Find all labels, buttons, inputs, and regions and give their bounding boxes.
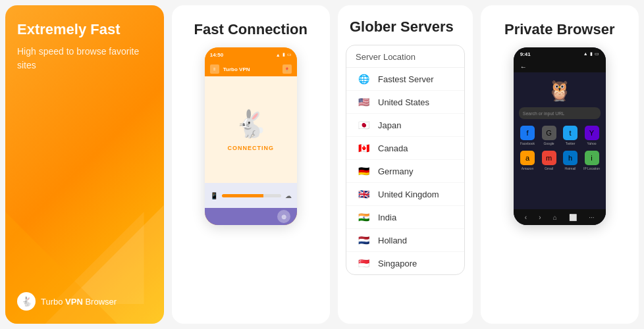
flag-icon: 🇬🇧 [356, 188, 371, 200]
dark-app-label: Twitter [566, 141, 576, 145]
owl-icon: 🦉 [547, 79, 572, 102]
flag-icon: 🇨🇦 [356, 142, 371, 154]
dark-battery-icon: ▭ [595, 51, 599, 57]
server-name: United States [378, 97, 429, 107]
server-item[interactable]: 🇮🇳 India [346, 206, 464, 229]
panel-private-browser: Private Browser 9:41 ▲ ▮ ▭ ← 🦉 Search or… [481, 5, 639, 324]
flag-icon: 🇯🇵 [356, 119, 371, 131]
dark-app-label: Yahoo [587, 141, 596, 145]
panel1-title: Extremely Fast [17, 21, 152, 38]
dark-app-icon: G [542, 126, 556, 140]
server-item[interactable]: 🌐 Fastest Server [346, 68, 464, 91]
dark-apps-row2: a Amazon m Gmail h Hotmail i IP Location [519, 151, 601, 170]
server-item[interactable]: 🇨🇦 Canada [346, 137, 464, 160]
dark-app-label: IP Location [583, 166, 600, 170]
cloud-icon: ☁ [285, 192, 292, 199]
flag-icon: 🇮🇳 [356, 211, 371, 223]
vpn-logo-text: Turbo VPN Browser [41, 297, 117, 307]
vpn-logo-icon: 🐇 [17, 292, 36, 311]
dark-app-item[interactable]: t Twitter [562, 126, 579, 145]
server-item[interactable]: 🇬🇧 United Kingdom [346, 183, 464, 206]
location-icon: 📍 [282, 64, 292, 74]
phone-body: 🐇 CONNECTING [205, 76, 297, 183]
flag-icon: 🇳🇱 [356, 234, 371, 246]
dark-search-bar[interactable]: Search or input URL [519, 107, 601, 119]
phone-mockup-connecting: 14:50 ▲ ▮ ▭ ≡ Turbo VPN 📍 🐇 CONNECTING 📱… [205, 47, 297, 225]
flag-icon: 🇸🇬 [356, 257, 371, 269]
server-name: Canada [378, 143, 408, 153]
server-item[interactable]: 🇺🇸 United States [346, 91, 464, 114]
flag-icon: 🇩🇪 [356, 165, 371, 177]
dark-menu-icon[interactable]: ··· [589, 214, 594, 221]
panel4-title: Private Browser [493, 21, 628, 38]
server-item[interactable]: 🇩🇪 Germany [346, 160, 464, 183]
panel1-footer: 🐇 Turbo VPN Browser [17, 292, 152, 311]
connecting-text: CONNECTING [228, 145, 275, 151]
dark-tabs-icon[interactable]: ⬜ [569, 214, 577, 221]
dark-app-item[interactable]: m Gmail [540, 151, 558, 170]
phone-navbar: ≡ Turbo VPN 📍 [205, 62, 297, 76]
server-name: Holland [378, 236, 407, 245]
server-item[interactable]: 🇸🇬 Singapore [346, 252, 464, 274]
server-list-container: Server Location 🌐 Fastest Server 🇺🇸 Unit… [346, 45, 465, 275]
dark-app-icon: m [542, 151, 556, 165]
dark-home-icon[interactable]: ⌂ [553, 214, 557, 221]
server-name: Germany [378, 166, 413, 176]
dark-app-item[interactable]: G Google [540, 126, 558, 145]
dark-statusbar-icons: ▲ ▮ ▭ [583, 51, 599, 57]
dark-app-label: Hotmail [565, 166, 576, 170]
panel-fast-connection: Fast Connection 14:50 ▲ ▮ ▭ ≡ Turbo VPN … [172, 5, 331, 324]
panel-glober-servers: Glober Servers Server Location 🌐 Fastest… [338, 5, 473, 324]
flag-icon: 🌐 [356, 73, 371, 85]
dark-app-item[interactable]: h Hotmail [562, 151, 579, 170]
status-time: 14:50 [210, 52, 223, 58]
phone-icon: 📱 [210, 192, 218, 199]
dark-app-icon: f [520, 126, 535, 140]
globe-connect-icon: ⊕ [277, 210, 290, 223]
phone-bottom: 📱 ☁ [205, 183, 297, 208]
dark-body: 🦉 Search or input URL f Facebook G Googl… [514, 72, 606, 209]
phone-connect-btn-area: ⊕ [205, 208, 297, 225]
server-name: Japan [378, 120, 401, 130]
dark-bottom-bar: ‹ › ⌂ ⬜ ··· [514, 209, 606, 225]
dark-app-item[interactable]: a Amazon [519, 151, 537, 170]
dark-app-label: Gmail [545, 166, 553, 170]
dark-search-placeholder: Search or input URL [523, 111, 564, 116]
dark-statusbar: 9:41 ▲ ▮ ▭ [514, 47, 606, 61]
app-title: Turbo VPN [223, 66, 279, 72]
server-name: India [378, 213, 396, 222]
server-item[interactable]: 🇯🇵 Japan [346, 114, 464, 137]
dark-forward-nav-icon[interactable]: › [539, 214, 541, 221]
menu-icon: ≡ [210, 64, 219, 74]
battery-icon: ▭ [287, 52, 292, 57]
dark-app-icon: a [520, 151, 535, 165]
panel1-subtitle: High speed to browse favorite sites [17, 45, 152, 72]
dark-app-icon: t [563, 126, 577, 140]
dark-app-label: Google [543, 141, 554, 145]
dark-app-item[interactable]: i IP Location [583, 151, 601, 170]
dark-app-item[interactable]: Y Yahoo [583, 126, 601, 145]
server-name: United Kingdom [378, 190, 439, 199]
dark-app-label: Facebook [520, 141, 535, 145]
flag-icon: 🇺🇸 [356, 96, 371, 108]
dark-app-icon: h [563, 151, 577, 165]
statusbar-icons: ▲ ▮ ▭ [276, 52, 292, 57]
phone-statusbar: 14:50 ▲ ▮ ▭ [205, 47, 297, 62]
dark-nav: ← [514, 61, 606, 72]
dark-status-time: 9:41 [520, 51, 531, 57]
dark-signal-icon: ▮ [590, 51, 593, 57]
panel3-title: Glober Servers [338, 5, 473, 45]
server-item[interactable]: 🇳🇱 Holland [346, 229, 464, 252]
rabbit-connecting-icon: 🐇 [234, 109, 267, 139]
dark-wifi-icon: ▲ [583, 51, 588, 57]
progress-bar [222, 194, 281, 197]
server-list-header: Server Location [346, 45, 464, 68]
wifi-icon: ▲ [276, 53, 281, 57]
panel-extremely-fast: Extremely Fast High speed to browse favo… [5, 5, 164, 324]
signal-icon: ▮ [282, 52, 285, 57]
dark-app-item[interactable]: f Facebook [519, 126, 537, 145]
server-list: 🌐 Fastest Server 🇺🇸 United States 🇯🇵 Jap… [346, 68, 464, 274]
dark-back-icon: ← [520, 63, 527, 70]
dark-apps-row1: f Facebook G Google t Twitter Y Yahoo [519, 126, 601, 145]
dark-back-nav-icon[interactable]: ‹ [525, 214, 527, 221]
